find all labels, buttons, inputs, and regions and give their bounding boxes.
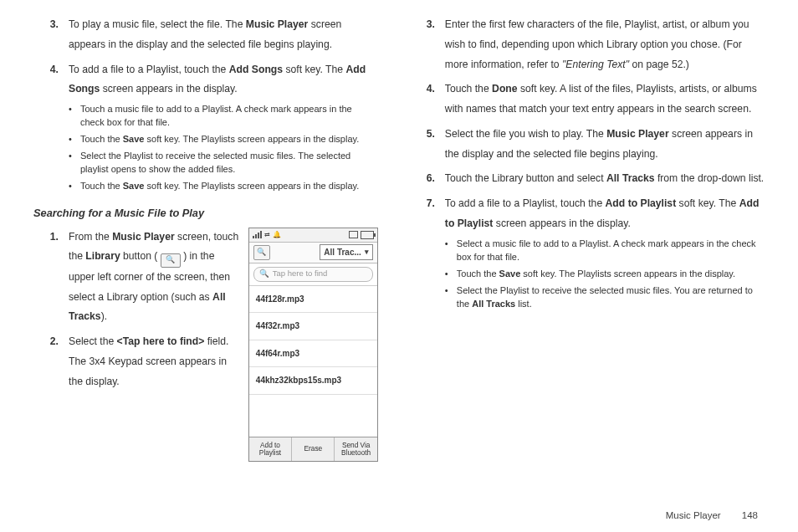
list-item: 1. From the Music Player screen, touch t… <box>33 228 240 327</box>
search-placeholder: Tap here to find <box>273 266 328 282</box>
bullet: •Touch the Save soft key. The Playlists … <box>445 268 765 281</box>
step-number: 6. <box>410 169 445 189</box>
page-number: 148 <box>742 510 758 520</box>
bullet: •Select the Playlist to receive the sele… <box>445 284 765 311</box>
list-item: 4. To add a file to a Playlist, touch th… <box>33 60 378 198</box>
bullet: •Touch the Save soft key. The Playlists … <box>69 180 378 193</box>
step-body: Enter the first few characters of the fi… <box>445 15 765 74</box>
step-number: 3. <box>410 15 445 74</box>
library-inline-icon: 🔍 <box>161 253 181 268</box>
step-body: To add a file to a Playlist, touch the A… <box>69 60 378 198</box>
sound-icon: 🔔 <box>273 228 281 242</box>
file-item[interactable]: 44f128r.mp3 <box>249 286 377 314</box>
file-item[interactable]: 44khz32kbps15s.mp3 <box>249 367 377 395</box>
bullet: •Select the Playlist to receive the sele… <box>69 150 378 176</box>
network-icon: ⇄ <box>264 228 270 242</box>
sub-bullets: •Select a music file to add to a Playlis… <box>445 238 765 311</box>
softkey-erase[interactable]: Erase <box>292 437 335 461</box>
softkey-bar: Add to Playlist Erase Send Via Bluetooth <box>249 437 377 461</box>
magnifier-icon: 🔍 <box>257 245 266 260</box>
filter-dropdown[interactable]: All Trac... ▾ <box>320 244 372 260</box>
phone-screenshot: ⇄ 🔔 🔍 All Trac... ▾ <box>248 228 378 462</box>
list-item: 3. To play a music file, select the file… <box>33 15 378 55</box>
step-body: To play a music file, select the file. T… <box>69 15 378 55</box>
search-input[interactable]: 🔍 Tap here to find <box>253 267 373 282</box>
battery-icon <box>361 231 374 239</box>
step-body: From the Music Player screen, touch the … <box>69 228 240 327</box>
phone-status-bar: ⇄ 🔔 <box>249 228 377 243</box>
step-number: 1. <box>33 228 69 327</box>
chevron-down-icon: ▾ <box>365 245 369 260</box>
magnifier-icon: 🔍 <box>166 253 175 268</box>
list-item: 5. Select the file you wish to play. The… <box>410 125 765 165</box>
step-number: 7. <box>410 194 445 315</box>
list-item: 3. Enter the first few characters of the… <box>410 15 765 74</box>
step-number: 4. <box>33 60 69 198</box>
section-heading: Searching for a Music File to Play <box>33 203 378 224</box>
magnifier-icon: 🔍 <box>259 266 269 282</box>
card-icon <box>349 231 358 238</box>
text-column: 1. From the Music Player screen, touch t… <box>33 228 240 397</box>
bullet: •Touch the Save soft key. The Playlists … <box>69 133 378 146</box>
text-with-figure: 1. From the Music Player screen, touch t… <box>33 228 378 462</box>
step-body: To add a file to a Playlist, touch the A… <box>445 194 765 315</box>
list-item: 4. Touch the Done soft key. A list of th… <box>410 79 765 120</box>
footer-section: Music Player <box>666 510 721 520</box>
step-number: 4. <box>410 79 445 120</box>
softkey-send-bluetooth[interactable]: Send Via Bluetooth <box>335 437 376 461</box>
step-number: 2. <box>33 332 69 391</box>
page-content: 3. To play a music file, select the file… <box>0 0 798 510</box>
step-body: Touch the Done soft key. A list of the f… <box>445 79 765 120</box>
file-item[interactable]: 44f32r.mp3 <box>249 313 377 340</box>
dropdown-label: All Trac... <box>324 244 361 261</box>
step-number: 5. <box>410 125 445 165</box>
list-item: 7. To add a file to a Playlist, touch th… <box>410 194 765 315</box>
sub-bullets: •Touch a music file to add to a Playlist… <box>69 103 378 193</box>
list-item: 6. Touch the Library button and select A… <box>410 169 765 189</box>
phone-search-row: 🔍 Tap here to find <box>249 263 377 286</box>
right-column: 3. Enter the first few characters of the… <box>410 15 765 502</box>
left-column: 3. To play a music file, select the file… <box>33 15 378 502</box>
list-item: 2. Select the <Tap here to find> field. … <box>33 332 240 391</box>
step-number: 3. <box>33 15 69 55</box>
signal-icon <box>253 231 262 238</box>
bullet: •Select a music file to add to a Playlis… <box>445 238 765 264</box>
file-list: 44f128r.mp3 44f32r.mp3 44f64r.mp3 44khz3… <box>249 286 377 437</box>
step-body: Select the <Tap here to find> field. The… <box>69 332 240 391</box>
softkey-add-to-playlist[interactable]: Add to Playlist <box>249 437 292 461</box>
phone-toolbar: 🔍 All Trac... ▾ <box>249 243 377 263</box>
file-item[interactable]: 44f64r.mp3 <box>249 340 377 368</box>
step-body: Touch the Library button and select All … <box>445 169 765 189</box>
bullet: •Touch a music file to add to a Playlist… <box>69 103 378 130</box>
library-button[interactable]: 🔍 <box>253 245 270 260</box>
page-footer: Music Player 148 <box>0 510 798 527</box>
step-body: Select the file you wish to play. The Mu… <box>445 125 765 165</box>
